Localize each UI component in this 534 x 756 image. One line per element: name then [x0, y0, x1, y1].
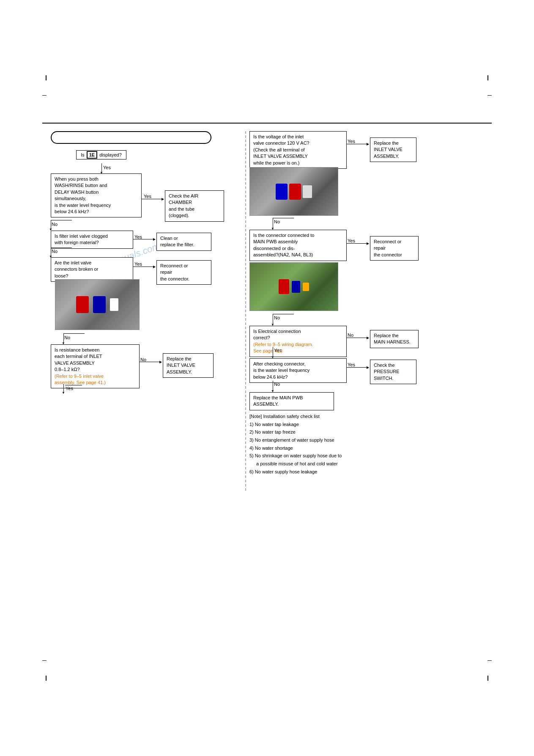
- rq3-yes-label: Yes: [274, 348, 282, 353]
- final-box: Replace the MAIN PWBASSEMBLY.: [249, 392, 334, 410]
- dash-mark-br: [487, 660, 492, 661]
- rq1-yes-label: Yes: [348, 139, 355, 144]
- page-container: Manuals.com Is 1E displayed? ▼ Yes When …: [0, 0, 534, 756]
- rq1-result-box: Replace theINLET VALVEASSEMBLY.: [370, 137, 416, 162]
- rq4-box: After checking connector,is the water le…: [249, 358, 347, 383]
- q2-no-h: [51, 247, 72, 248]
- q2-yes-label: Yes: [134, 234, 142, 239]
- rq2-box: Is the connector connected toMAIN PWB as…: [249, 230, 347, 261]
- rq4-no-label: No: [274, 382, 280, 387]
- q3-yes-label: Yes: [134, 261, 142, 267]
- rq1-no-label: No: [274, 219, 280, 224]
- margin-mark-tl: [46, 75, 47, 80]
- rq2-no-label: No: [274, 315, 280, 320]
- rq1-box: Is the voltage of the inletvalve connect…: [249, 131, 347, 169]
- rq2-yes-h: [347, 243, 368, 244]
- q4-no-label: No: [140, 357, 146, 362]
- rq3-result-box: Replace theMAIN HARNESS.: [370, 330, 419, 348]
- margin-mark-br: [487, 676, 488, 681]
- rq4-yes-label: Yes: [348, 362, 355, 367]
- rq4-yes-h: [347, 367, 368, 368]
- q4-box: Is resistance betweeneach terminal of IN…: [51, 344, 140, 388]
- q4-yes-label: Yes: [66, 386, 73, 391]
- display-code: 1E: [87, 151, 97, 159]
- note-item-4: 4) No water shortage: [249, 444, 486, 452]
- q3-box: Are the inlet valveconnectors broken orl…: [51, 257, 133, 282]
- rq3-no-h: [347, 338, 368, 338]
- rq2-no-h: [273, 314, 294, 314]
- q4-result-box: Replace theINLET VALVEASSEMBLY.: [163, 353, 214, 378]
- rq2-no-v: [273, 314, 273, 324]
- q3-arrowhead: ▶: [153, 265, 156, 269]
- q1-yes-label: Yes: [144, 194, 151, 199]
- rq4-yes-arrowhead: ▶: [367, 366, 369, 369]
- q1-no-label: No: [52, 222, 58, 227]
- pwb-image-right: [249, 262, 338, 311]
- note-item-5b: a possible misuse of hot and cold water: [249, 460, 486, 468]
- q1-yes-h: [142, 199, 163, 199]
- start-box: [51, 131, 211, 144]
- q4-orange-note: (Refer to 9–5 inlet valveassembly. See p…: [55, 374, 106, 385]
- q1-no-h: [51, 220, 72, 220]
- yes-label-1: Yes: [103, 165, 111, 170]
- rq1-no-h: [273, 218, 294, 218]
- dash-mark-bl: [42, 660, 47, 661]
- rq3-orange-note: (Refer to 9–5 wiring diagram.See page 41…: [253, 342, 313, 353]
- note-item-3: 3) No entanglement of water supply hose: [249, 436, 486, 444]
- note-item-5: 5) No shrinkage on water supply hose due…: [249, 452, 486, 460]
- dash-mark-tl: [42, 95, 47, 96]
- dash-mark-tr: [487, 95, 492, 96]
- q2-result-box: Clean orreplace the filter.: [156, 233, 211, 251]
- note-item-1: 1) No water tap leakage: [249, 421, 486, 429]
- q3-no-label: No: [64, 335, 70, 340]
- q3-result-box: Reconnect orrepairthe connector.: [156, 260, 211, 285]
- rq4-result-box: Check thePRESSURESWITCH.: [370, 360, 416, 384]
- inlet-valve-image-left: [55, 279, 140, 330]
- rq4-no-v: [273, 381, 273, 390]
- note-item-2: 2) No water tap freeze: [249, 428, 486, 436]
- rq3-no-label: No: [348, 333, 353, 338]
- q3-no-h: [63, 333, 85, 334]
- is-displayed-box: Is 1E displayed?: [76, 150, 126, 159]
- note-section: [Note] Installation safety check list 1)…: [249, 412, 486, 476]
- rq1-yes-h: [347, 144, 368, 144]
- rq3-no-arrowhead: ▶: [367, 336, 369, 340]
- top-rule: [42, 123, 492, 124]
- note-header: [Note] Installation safety check list: [249, 412, 486, 421]
- rq1-no-v: [273, 218, 273, 228]
- rq2-result-box: Reconnect orrepairthe connector: [370, 236, 419, 261]
- displayed-text: displayed?: [98, 152, 122, 157]
- q1-arrowhead: ▶: [162, 197, 164, 201]
- margin-mark-tr: [487, 75, 488, 80]
- rq3-yes-v: [273, 347, 273, 356]
- vertical-divider: [245, 131, 246, 491]
- q3-no-v: [63, 334, 64, 342]
- margin-mark-bl: [46, 676, 47, 681]
- q2-box: Is filter inlet valve cloggedwith foreig…: [51, 231, 133, 249]
- q2-arrowhead: ▶: [153, 237, 156, 241]
- rq2-yes-label: Yes: [348, 238, 355, 243]
- arrow-yes-down-1: [101, 163, 102, 172]
- q2-no-label: No: [52, 249, 58, 254]
- q1-result-box: Check the AIRCHAMBERand the tube(clogged…: [165, 190, 224, 222]
- is-text: Is: [81, 152, 86, 157]
- q4-yes-arrowhead: ▼: [62, 391, 65, 395]
- q4-no-arrowhead: ▶: [159, 360, 162, 364]
- note-item-6: 6) No water supply hose leakage: [249, 468, 486, 476]
- rq1-yes-arrowhead: ▶: [367, 142, 369, 146]
- q1-box-real: When you press bothWASH/RINSE button and…: [51, 173, 142, 217]
- q3-yes-h: [133, 267, 154, 267]
- rq3-box: Is Electrical connectioncorrect?(Refer t…: [249, 326, 347, 357]
- inlet-valve-image-right: [249, 167, 338, 216]
- q4-yes-tick: [65, 385, 82, 385]
- rq2-yes-arrowhead: ▶: [367, 242, 369, 245]
